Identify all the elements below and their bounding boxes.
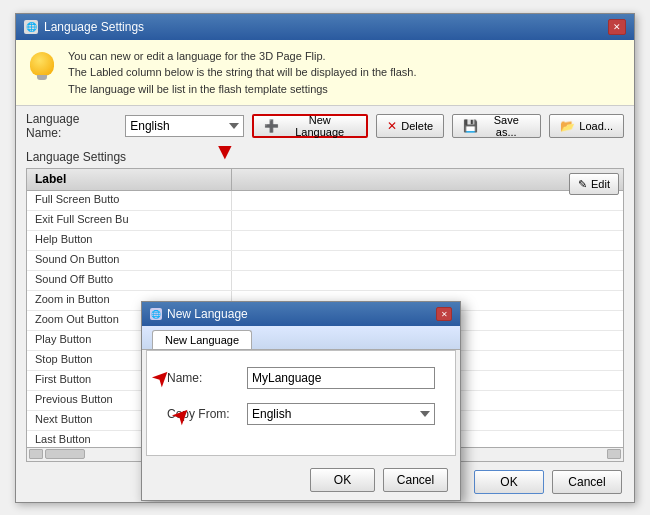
name-form-row: Name: [167, 367, 435, 389]
edit-icon: ✎ [578, 178, 587, 191]
main-window: 🌐 Language Settings ✕ You can new or edi… [15, 13, 635, 503]
load-button[interactable]: 📂 Load... [549, 114, 624, 138]
col-content-header [232, 169, 623, 190]
cell-content [232, 231, 623, 250]
close-button[interactable]: ✕ [608, 19, 626, 35]
dialog-cancel-button[interactable]: Cancel [383, 468, 448, 492]
window-title: Language Settings [44, 20, 144, 34]
save-as-button[interactable]: 💾 Save as... [452, 114, 541, 138]
dialog-footer: OK Cancel [142, 460, 460, 500]
main-content: Language Settings Label Full Screen Butt… [16, 146, 634, 502]
ok-button[interactable]: OK [474, 470, 544, 494]
window-icon: 🌐 [24, 20, 38, 34]
table-row[interactable]: Exit Full Screen Bu [27, 211, 623, 231]
dialog-tab-bar: New Language [142, 326, 460, 350]
edit-button[interactable]: ✎ Edit [569, 173, 619, 195]
table-row[interactable]: Sound On Button [27, 251, 623, 271]
load-icon: 📂 [560, 119, 575, 133]
info-line3: The language will be list in the flash t… [68, 81, 417, 98]
scroll-thumb[interactable] [45, 449, 85, 459]
col-label-header: Label [27, 169, 232, 190]
dialog-title-bar: 🌐 New Language ✕ [142, 302, 460, 326]
scroll-right-btn[interactable] [607, 449, 621, 459]
new-language-dialog[interactable]: 🌐 New Language ✕ New Language Name: [141, 301, 461, 501]
settings-section: Language Settings [16, 146, 634, 168]
section-title: Language Settings [26, 150, 126, 164]
save-icon: 💾 [463, 119, 478, 133]
table-row[interactable]: Full Screen Butto [27, 191, 623, 211]
cell-label: Sound On Button [27, 251, 232, 270]
language-name-label: Language Name: [26, 112, 117, 140]
new-lang-icon: ➕ [264, 119, 279, 133]
delete-icon: ✕ [387, 119, 397, 133]
language-dropdown[interactable]: English [125, 115, 244, 137]
name-input[interactable] [247, 367, 435, 389]
cell-label: Help Button [27, 231, 232, 250]
bulb-icon [30, 52, 54, 76]
title-bar: 🌐 Language Settings ✕ [16, 14, 634, 40]
toolbar: Language Name: English ➕ New Language ✕ … [16, 106, 634, 146]
info-icon [26, 48, 58, 80]
dialog-title: New Language [167, 307, 248, 321]
copy-from-form-row: Copy From: English [167, 403, 435, 425]
cell-content [232, 251, 623, 270]
cell-content [232, 271, 623, 290]
dialog-icon: 🌐 [150, 308, 162, 320]
cell-content [232, 211, 623, 230]
info-line2: The Labled column below is the string th… [68, 64, 417, 81]
dialog-tab[interactable]: New Language [152, 330, 252, 349]
copy-from-dropdown[interactable]: English [247, 403, 435, 425]
dialog-body: Name: ➤ Copy From: English [146, 350, 456, 456]
table-row[interactable]: Sound Off Butto [27, 271, 623, 291]
cancel-button[interactable]: Cancel [552, 470, 622, 494]
scroll-left-btn[interactable] [29, 449, 43, 459]
name-label: Name: [167, 371, 247, 385]
new-language-button[interactable]: ➕ New Language [252, 114, 368, 138]
info-line1: You can new or edit a language for the 3… [68, 48, 417, 65]
cell-label: Sound Off Butto [27, 271, 232, 290]
cell-label: Exit Full Screen Bu [27, 211, 232, 230]
info-text: You can new or edit a language for the 3… [68, 48, 417, 98]
dialog-ok-button[interactable]: OK [310, 468, 375, 492]
delete-button[interactable]: ✕ Delete [376, 114, 444, 138]
table-header: Label [27, 169, 623, 191]
edit-btn-container: ✎ Edit [569, 173, 619, 195]
cell-label: Full Screen Butto [27, 191, 232, 210]
info-bar: You can new or edit a language for the 3… [16, 40, 634, 107]
dialog-close-button[interactable]: ✕ [436, 307, 452, 321]
cell-content [232, 191, 623, 210]
table-row[interactable]: Help Button [27, 231, 623, 251]
